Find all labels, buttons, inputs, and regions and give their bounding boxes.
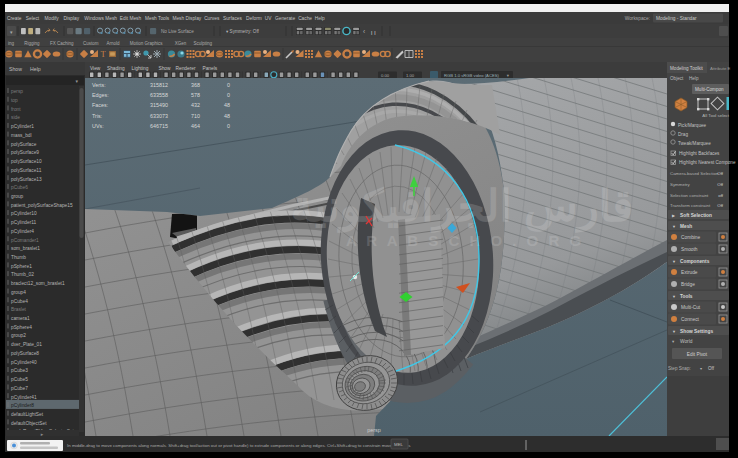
svg-text:side: side: [11, 115, 20, 120]
svg-text:Surfaces: Surfaces: [223, 16, 243, 21]
svg-text:pComander1: pComander1: [11, 238, 39, 243]
svg-text:Renderer: Renderer: [176, 66, 196, 71]
svg-text:MEL: MEL: [394, 442, 404, 447]
svg-text:Drag: Drag: [678, 132, 688, 137]
svg-text:pCylinder10: pCylinder10: [11, 211, 37, 216]
svg-text:Help: Help: [689, 76, 699, 81]
svg-text:camera1: camera1: [11, 316, 30, 321]
svg-text:قارس الجرافيكونية: قارس الجرافيكونية: [291, 181, 634, 233]
svg-text:ing: ing: [8, 41, 15, 46]
svg-text:World: World: [680, 339, 693, 344]
svg-text:Thumb: Thumb: [11, 255, 26, 260]
svg-text:defaultObjectSet: defaultObjectSet: [11, 421, 47, 426]
svg-text:Verts:: Verts:: [92, 82, 106, 88]
svg-text:braclect12_som_braslet1: braclect12_som_braslet1: [11, 281, 65, 286]
svg-text:Off: Off: [717, 203, 724, 208]
svg-text:Generate: Generate: [275, 16, 295, 21]
svg-text:Braslet: Braslet: [11, 307, 27, 312]
svg-text:Show: Show: [159, 66, 172, 71]
svg-text:polySurface13: polySurface13: [11, 177, 42, 182]
svg-text:48: 48: [224, 113, 230, 119]
svg-text:0: 0: [227, 82, 230, 88]
svg-text:pSphere4: pSphere4: [11, 325, 32, 330]
svg-text:RGB 1.0 sRGB video (ACES): RGB 1.0 sRGB video (ACES): [444, 73, 500, 78]
svg-text:Shading: Shading: [107, 66, 125, 71]
svg-text:▼: ▼: [672, 329, 676, 334]
svg-text:48: 48: [224, 102, 230, 108]
svg-text:pCylinder4: pCylinder4: [11, 229, 34, 234]
svg-text:patient_polySurfaceShape15: patient_polySurfaceShape15: [11, 203, 73, 208]
svg-text:pCylinder40: pCylinder40: [11, 360, 37, 365]
svg-text:Curves: Curves: [204, 16, 220, 21]
svg-text:Edit Mesh: Edit Mesh: [120, 16, 142, 21]
svg-text:Smooth: Smooth: [681, 247, 698, 252]
svg-text:Display: Display: [63, 16, 79, 21]
svg-text:pCube7: pCube7: [11, 386, 28, 391]
svg-text:Tools: Tools: [680, 294, 693, 299]
svg-text:Show Settings: Show Settings: [680, 329, 713, 334]
svg-text:defaultLightSet: defaultLightSet: [11, 412, 44, 417]
svg-text:persp: persp: [11, 89, 23, 94]
svg-text:Faces:: Faces:: [92, 102, 108, 108]
svg-text:View: View: [90, 66, 101, 71]
svg-text:Windows: Windows: [84, 16, 104, 21]
svg-text:‹: ‹: [363, 28, 365, 35]
svg-text:368: 368: [191, 82, 200, 88]
svg-text:❙❙: ❙❙: [370, 30, 377, 35]
svg-text:Tweak/Marquee: Tweak/Marquee: [678, 141, 711, 146]
svg-text:pCube5: pCube5: [11, 377, 28, 382]
svg-text:Attribute E: Attribute E: [710, 66, 731, 71]
svg-text:pSphere1: pSphere1: [11, 264, 32, 269]
svg-text:315490: 315490: [150, 102, 168, 108]
svg-text:T: T: [100, 49, 106, 59]
svg-text:In middle-drag to move compone: In middle-drag to move components along …: [67, 443, 411, 448]
svg-text:Cache: Cache: [298, 16, 312, 21]
svg-text:Selection constraint: Selection constraint: [670, 193, 709, 198]
svg-text:Thumb_02: Thumb_02: [11, 272, 34, 277]
svg-text:Edges:: Edges:: [92, 92, 109, 98]
svg-text:pCube4: pCube4: [11, 299, 28, 304]
svg-text:Object: Object: [670, 76, 684, 81]
svg-text:Edit Pivot: Edit Pivot: [687, 352, 708, 357]
svg-text:FX Caching: FX Caching: [50, 41, 74, 46]
svg-text:Multi-Compon: Multi-Compon: [695, 87, 724, 92]
svg-text:Bridge: Bridge: [681, 282, 695, 287]
svg-text:Transform constraint: Transform constraint: [670, 203, 711, 208]
svg-text:polySurface: polySurface: [11, 142, 37, 147]
svg-text:A R A B S C H O . O R G: A R A B S C H O . O R G: [346, 232, 584, 249]
svg-text:Rigging: Rigging: [24, 41, 40, 46]
svg-text:Multi-Cut: Multi-Cut: [681, 305, 701, 310]
svg-text:No Live Surface: No Live Surface: [161, 29, 194, 34]
svg-text:▼: ▼: [672, 259, 676, 264]
svg-text:dver_Plate_01: dver_Plate_01: [11, 342, 42, 347]
svg-text:Symmetry: Symmetry: [670, 182, 691, 187]
svg-text:1.00: 1.00: [406, 73, 415, 78]
svg-text:0: 0: [227, 92, 230, 98]
svg-text:Off: Off: [717, 182, 724, 187]
svg-text:646715: 646715: [150, 123, 168, 129]
svg-text:som_braslet1: som_braslet1: [11, 246, 40, 251]
svg-text:XGen: XGen: [175, 41, 187, 46]
svg-text:Create: Create: [7, 16, 22, 21]
svg-text:Mesh: Mesh: [680, 224, 692, 229]
svg-text:pCylinder1: pCylinder1: [11, 124, 34, 129]
svg-text:mass_bdl: mass_bdl: [11, 133, 32, 138]
svg-text:Panels: Panels: [203, 66, 218, 71]
svg-text:polySurface9: polySurface9: [11, 150, 39, 155]
svg-text:315812: 315812: [150, 82, 168, 88]
svg-text:Select: Select: [26, 16, 40, 21]
svg-text:633073: 633073: [150, 113, 168, 119]
svg-text:633558: 633558: [150, 92, 168, 98]
svg-text:Deform: Deform: [246, 16, 262, 21]
svg-text:pCylinder11: pCylinder11: [11, 220, 37, 225]
svg-text:Motion Graphics: Motion Graphics: [130, 41, 164, 46]
svg-text:0: 0: [227, 123, 230, 129]
svg-text:off: off: [718, 193, 724, 198]
svg-text:Combine: Combine: [681, 235, 701, 240]
svg-text:Workspace:: Workspace:: [625, 16, 650, 21]
svg-text:Tris:: Tris:: [92, 113, 102, 119]
svg-text:polySurface10: polySurface10: [11, 159, 42, 164]
svg-text:Components: Components: [680, 259, 710, 264]
svg-text:front: front: [11, 107, 21, 112]
svg-text:Modeling - Standar: Modeling - Standar: [656, 16, 697, 21]
